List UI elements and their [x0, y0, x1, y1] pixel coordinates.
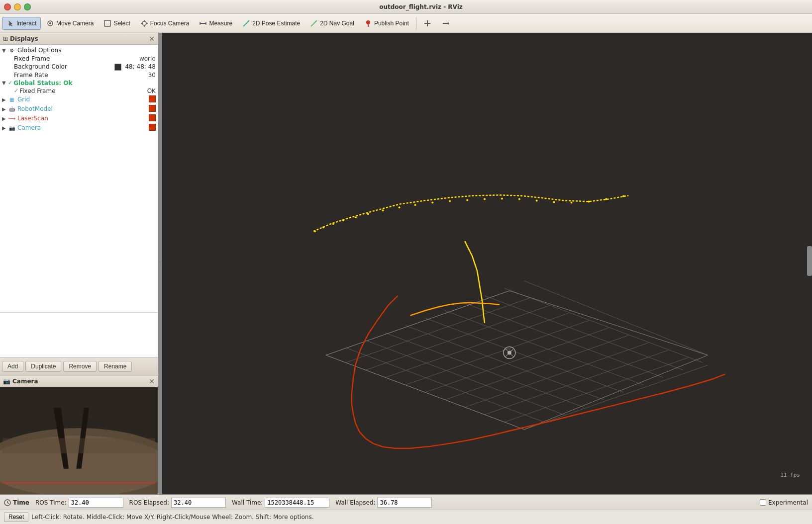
displays-list: ▼ ⚙ Global Options Fixed Frame world Bac… [0, 45, 158, 312]
nav-goal-button[interactable]: 2D Nav Goal [305, 17, 359, 30]
minimize-button[interactable] [14, 3, 21, 10]
svg-point-66 [399, 206, 401, 208]
focus-camera-icon [140, 19, 148, 27]
wall-elapsed-input[interactable] [377, 498, 432, 508]
svg-point-76 [570, 201, 572, 203]
svg-point-64 [367, 213, 369, 215]
wall-time-group: Wall Time: [232, 498, 329, 508]
displays-header: ⊞ Displays ✕ [0, 33, 158, 45]
svg-point-75 [553, 201, 555, 203]
displays-icon: ⊞ [3, 35, 8, 42]
svg-point-61 [332, 223, 334, 225]
pose-estimate-button[interactable]: 2D Pose Estimate [238, 17, 304, 30]
select-button[interactable]: Select [99, 17, 134, 30]
ros-time-label: ROS Time: [35, 499, 67, 506]
fixed-frame-label: Fixed Frame [14, 55, 135, 62]
laserscan-icon: ⟿ [8, 114, 16, 122]
robotmodel-arrow: ▶ [2, 106, 8, 112]
status-ff-label: Fixed Frame [19, 87, 143, 94]
publish-point-icon [364, 19, 372, 27]
svg-rect-2 [104, 20, 110, 26]
time-panel-title: Time [4, 499, 29, 506]
svg-point-59 [314, 230, 316, 232]
remove-button[interactable]: Remove [63, 361, 97, 372]
grid-row[interactable]: ▶ ▦ Grid [0, 95, 158, 104]
global-options-row[interactable]: ▼ ⚙ Global Options [0, 46, 158, 55]
more-icon [441, 19, 449, 27]
status-checkmark: ✓ [8, 80, 12, 86]
camera-label: Camera [17, 124, 149, 131]
left-panel: ⊞ Displays ✕ ▼ ⚙ Global Options Fixed Fr… [0, 33, 158, 494]
rename-button[interactable]: Rename [99, 361, 132, 372]
interact-label: Interact [16, 20, 36, 27]
wall-time-label: Wall Time: [232, 499, 263, 506]
wall-elapsed-group: Wall Elapsed: [335, 498, 432, 508]
fixed-frame-row[interactable]: Fixed Frame world [0, 55, 158, 63]
interact-icon [6, 19, 14, 27]
experimental-checkbox[interactable] [760, 499, 766, 506]
ros-time-input[interactable] [69, 498, 123, 508]
reset-button[interactable]: Reset [4, 512, 28, 522]
svg-rect-80 [807, 246, 812, 276]
maximize-button[interactable] [24, 3, 31, 10]
robotmodel-row[interactable]: ▶ 🤖 RobotModel [0, 104, 158, 114]
background-color-row[interactable]: Background Color 48; 48; 48 [0, 63, 158, 71]
grid-checkbox[interactable] [149, 95, 156, 102]
3d-viewport[interactable]: 11 fps [162, 33, 812, 494]
svg-marker-20 [448, 22, 449, 25]
camera-arrow: ▶ [2, 125, 8, 131]
grid-label: Grid [17, 96, 149, 103]
experimental-group: Experimental [760, 499, 808, 506]
nav-goal-icon [310, 19, 318, 27]
clock-icon [4, 499, 11, 506]
robotmodel-label: RobotModel [17, 105, 149, 112]
svg-point-79 [622, 195, 624, 197]
camera-panel-close[interactable]: ✕ [149, 377, 155, 385]
close-button[interactable] [4, 3, 11, 10]
camera-view [0, 387, 158, 494]
resize-handle[interactable]: ⋮ [158, 33, 162, 494]
move-camera-icon [46, 19, 54, 27]
displays-close[interactable]: ✕ [149, 35, 155, 43]
grid-icon: ▦ [8, 95, 16, 103]
select-label: Select [113, 20, 130, 27]
focus-camera-label: Focus Camera [150, 20, 190, 27]
wall-time-input[interactable] [265, 498, 329, 508]
duplicate-button[interactable]: Duplicate [25, 361, 61, 372]
window-title: outdoor_flight.rviz - RViz [34, 3, 808, 10]
laserscan-row[interactable]: ▶ ⟿ LaserScan [0, 114, 158, 123]
frame-rate-row[interactable]: Frame Rate 30 [0, 71, 158, 79]
camera-row[interactable]: ▶ 📷 Camera [0, 123, 158, 133]
ros-time-group: ROS Time: [35, 498, 123, 508]
add-plugin-button[interactable] [419, 17, 436, 30]
status-fixed-frame-row[interactable]: ✓ Fixed Frame OK [0, 87, 158, 95]
laserscan-checkbox[interactable] [149, 114, 156, 121]
move-camera-button[interactable]: Move Camera [42, 17, 98, 30]
ros-elapsed-input[interactable] [171, 498, 226, 508]
status-ff-checkmark: ✓ [14, 87, 18, 94]
svg-point-62 [342, 219, 344, 221]
more-button[interactable] [437, 17, 454, 30]
svg-line-83 [7, 503, 9, 504]
camera-checkbox[interactable] [149, 124, 156, 131]
main-content: ⊞ Displays ✕ ▼ ⚙ Global Options Fixed Fr… [0, 33, 812, 494]
publish-point-button[interactable]: Publish Point [360, 17, 413, 30]
select-icon [103, 19, 111, 27]
camera-panel-title: Camera [12, 378, 38, 385]
grid-arrow: ▶ [2, 97, 8, 102]
display-buttons: Add Duplicate Remove Rename [0, 357, 158, 375]
add-button[interactable]: Add [2, 361, 23, 372]
svg-point-1 [49, 22, 51, 24]
interact-button[interactable]: Interact [2, 17, 41, 30]
svg-point-15 [366, 20, 370, 24]
measure-button[interactable]: Measure [195, 17, 237, 30]
laserscan-label: LaserScan [17, 115, 149, 122]
time-title: Time [13, 499, 29, 506]
global-status-row[interactable]: ▼ ✓ Global Status: Ok [0, 79, 158, 87]
properties-panel [0, 312, 158, 357]
camera-icon: 📷 [8, 124, 16, 132]
focus-camera-button[interactable]: Focus Camera [136, 17, 194, 30]
robotmodel-checkbox[interactable] [149, 105, 156, 112]
toolbar-separator [416, 17, 416, 30]
svg-point-73 [518, 198, 520, 200]
